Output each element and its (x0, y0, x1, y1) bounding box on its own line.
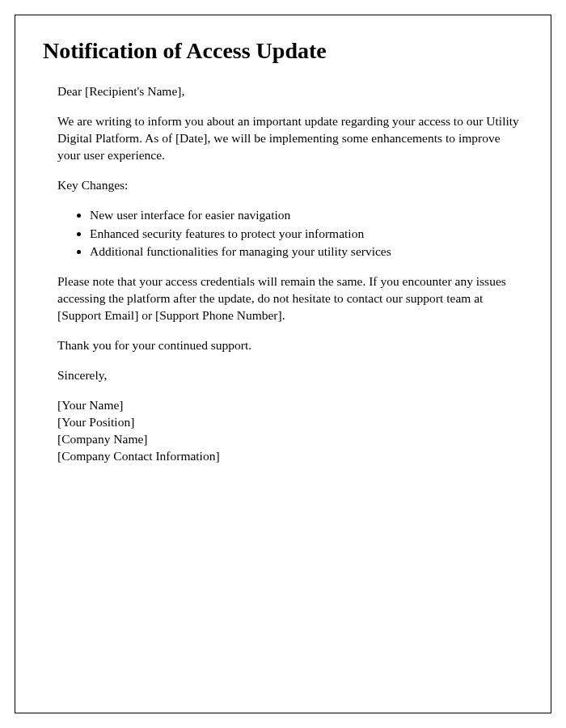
signature-name: [Your Name] (57, 397, 523, 414)
signature-contact: [Company Contact Information] (57, 448, 523, 465)
closing: Sincerely, (57, 367, 523, 384)
note-paragraph: Please note that your access credentials… (57, 273, 523, 324)
intro-paragraph: We are writing to inform you about an im… (57, 113, 523, 164)
page-title: Notification of Access Update (43, 38, 523, 64)
document-frame: Notification of Access Update Dear [Reci… (15, 15, 551, 713)
key-changes-label: Key Changes: (57, 177, 523, 194)
list-item: Enhanced security features to protect yo… (90, 226, 523, 243)
signature-company: [Company Name] (57, 431, 523, 448)
key-changes-list: New user interface for easier navigation… (57, 207, 523, 261)
list-item: Additional functionalities for managing … (90, 243, 523, 260)
signature-position: [Your Position] (57, 414, 523, 431)
salutation: Dear [Recipient's Name], (57, 83, 523, 100)
signature-block: [Your Name] [Your Position] [Company Nam… (57, 397, 523, 465)
thanks-paragraph: Thank you for your continued support. (57, 337, 523, 354)
document-body: Dear [Recipient's Name], We are writing … (43, 83, 523, 465)
list-item: New user interface for easier navigation (90, 207, 523, 224)
